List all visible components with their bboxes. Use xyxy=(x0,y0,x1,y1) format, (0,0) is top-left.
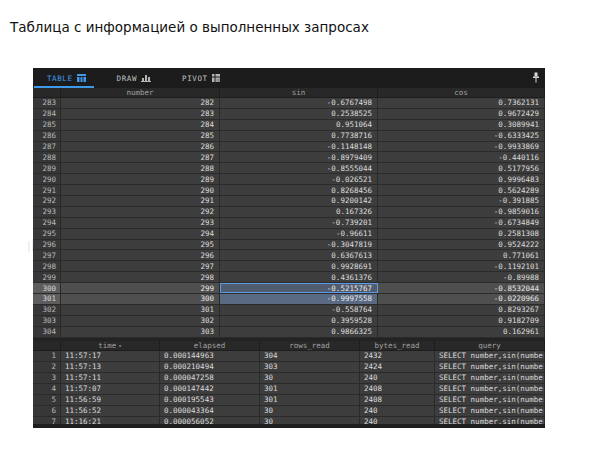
cell-query[interactable]: SELECT number,sin(number) xyxy=(435,351,545,361)
row-index[interactable]: 297 xyxy=(33,250,61,260)
cell-elapsed[interactable]: 0.000043364 xyxy=(160,406,260,416)
row-index[interactable]: 5 xyxy=(33,395,61,405)
cell-cos[interactable]: -0.8532044 xyxy=(378,283,545,293)
pin-icon[interactable] xyxy=(532,72,540,83)
cell-bytes-read[interactable]: 2424 xyxy=(360,362,435,372)
cell-sin[interactable]: -0.8979409 xyxy=(220,152,378,162)
row-index[interactable]: 291 xyxy=(33,185,61,195)
row-index[interactable]: 285 xyxy=(33,120,61,130)
row-index[interactable]: 299 xyxy=(33,272,61,282)
tab-draw[interactable]: DRAW xyxy=(117,74,151,83)
cell-bytes-read[interactable]: 240 xyxy=(360,406,435,416)
column-header-bytes-read[interactable]: bytes_read xyxy=(360,341,435,351)
cell-cos[interactable]: -0.1192101 xyxy=(378,261,545,271)
cell-number[interactable]: 302 xyxy=(61,316,220,326)
row-index[interactable]: 289 xyxy=(33,163,61,173)
cell-sin[interactable]: -0.9997558 xyxy=(220,294,378,304)
cell-sin[interactable]: 0.951064 xyxy=(220,120,378,130)
cell-number[interactable]: 299 xyxy=(61,283,220,293)
row-index[interactable]: 290 xyxy=(33,174,61,184)
cell-cos[interactable]: 0.5177956 xyxy=(378,163,545,173)
cell-cos[interactable]: 0.162961 xyxy=(378,327,545,337)
cell-cos[interactable]: -0.440116 xyxy=(378,152,545,162)
cell-number[interactable]: 291 xyxy=(61,196,220,206)
cell-sin[interactable]: -0.026521 xyxy=(220,174,378,184)
cell-bytes-read[interactable]: 2408 xyxy=(360,384,435,394)
cell-sin[interactable]: 0.8268456 xyxy=(220,185,378,195)
cell-number[interactable]: 297 xyxy=(61,261,220,271)
cell-sin[interactable]: -0.96611 xyxy=(220,229,378,239)
cell-query[interactable]: SELECT number,sin(number) xyxy=(435,395,545,405)
cell-query[interactable]: SELECT number,sin(number) xyxy=(435,384,545,394)
cell-number[interactable]: 298 xyxy=(61,272,220,282)
cell-cos[interactable]: -0.0220966 xyxy=(378,294,545,304)
cell-number[interactable]: 294 xyxy=(61,229,220,239)
row-index[interactable]: 298 xyxy=(33,261,61,271)
cell-cos[interactable]: 0.2581308 xyxy=(378,229,545,239)
cell-bytes-read[interactable]: 240 xyxy=(360,373,435,383)
cell-query[interactable]: SELECT number,sin(number) xyxy=(435,362,545,372)
row-index[interactable]: 300 xyxy=(33,283,61,293)
cell-cos[interactable]: -0.9933869 xyxy=(378,142,545,152)
column-header-number[interactable]: number xyxy=(61,88,220,98)
cell-sin[interactable]: -0.5215767 xyxy=(220,283,378,293)
cell-sin[interactable]: 0.167326 xyxy=(220,207,378,217)
cell-time[interactable]: 11:56:52 xyxy=(61,406,160,416)
cell-number[interactable]: 296 xyxy=(61,250,220,260)
column-header-elapsed[interactable]: elapsed xyxy=(160,341,260,351)
row-index[interactable]: 294 xyxy=(33,218,61,228)
column-header-sin[interactable]: sin xyxy=(220,88,378,98)
cell-number[interactable]: 300 xyxy=(61,294,220,304)
row-index[interactable]: 304 xyxy=(33,327,61,337)
row-index[interactable]: 284 xyxy=(33,109,61,119)
cell-cos[interactable]: 0.9182709 xyxy=(378,316,545,326)
row-index[interactable]: 293 xyxy=(33,207,61,217)
row-index[interactable]: 2 xyxy=(33,362,61,372)
cell-cos[interactable]: -0.6333425 xyxy=(378,131,545,141)
cell-sin[interactable]: 0.6367613 xyxy=(220,250,378,260)
cell-cos[interactable]: 0.8293267 xyxy=(378,305,545,315)
cell-sin[interactable]: 0.4361376 xyxy=(220,272,378,282)
cell-number[interactable]: 283 xyxy=(61,109,220,119)
cell-number[interactable]: 289 xyxy=(61,174,220,184)
cell-number[interactable]: 286 xyxy=(61,142,220,152)
cell-rows-read[interactable]: 30 xyxy=(260,406,360,416)
row-index[interactable]: 295 xyxy=(33,229,61,239)
cell-number[interactable]: 292 xyxy=(61,207,220,217)
tab-pivot[interactable]: PIVOT xyxy=(182,74,220,83)
column-header-query[interactable]: query xyxy=(435,341,545,351)
cell-number[interactable]: 284 xyxy=(61,120,220,130)
cell-cos[interactable]: -0.391885 xyxy=(378,196,545,206)
cell-cos[interactable]: 0.9524222 xyxy=(378,240,545,250)
cell-time[interactable]: 11:57:13 xyxy=(61,362,160,372)
row-index[interactable]: 296 xyxy=(33,240,61,250)
row-index[interactable]: 287 xyxy=(33,142,61,152)
cell-number[interactable]: 287 xyxy=(61,152,220,162)
cell-elapsed[interactable]: 0.000195543 xyxy=(160,395,260,405)
cell-number[interactable]: 295 xyxy=(61,240,220,250)
cell-cos[interactable]: 0.9672429 xyxy=(378,109,545,119)
row-index[interactable]: 286 xyxy=(33,131,61,141)
cell-sin[interactable]: 0.9866325 xyxy=(220,327,378,337)
cell-time[interactable]: 11:57:07 xyxy=(61,384,160,394)
cell-rows-read[interactable]: 30 xyxy=(260,373,360,383)
cell-time[interactable]: 11:56:59 xyxy=(61,395,160,405)
cell-cos[interactable]: -0.89988 xyxy=(378,272,545,282)
cell-number[interactable]: 303 xyxy=(61,327,220,337)
cell-rows-read[interactable]: 301 xyxy=(260,395,360,405)
cell-sin[interactable]: -0.739201 xyxy=(220,218,378,228)
column-header-rows-read[interactable]: rows_read xyxy=(260,341,360,351)
column-header-time[interactable]: time ▾ xyxy=(61,341,160,351)
cell-rows-read[interactable]: 304 xyxy=(260,351,360,361)
cell-number[interactable]: 290 xyxy=(61,185,220,195)
scroll-indicator[interactable] xyxy=(28,241,33,252)
row-index[interactable]: 301 xyxy=(33,294,61,304)
column-header-cos[interactable]: cos xyxy=(378,88,545,98)
cell-sin[interactable]: -0.558764 xyxy=(220,305,378,315)
cell-number[interactable]: 301 xyxy=(61,305,220,315)
cell-number[interactable]: 293 xyxy=(61,218,220,228)
cell-bytes-read[interactable]: 2432 xyxy=(360,351,435,361)
cell-elapsed[interactable]: 0.000047258 xyxy=(160,373,260,383)
cell-number[interactable]: 285 xyxy=(61,131,220,141)
row-index[interactable]: 303 xyxy=(33,316,61,326)
